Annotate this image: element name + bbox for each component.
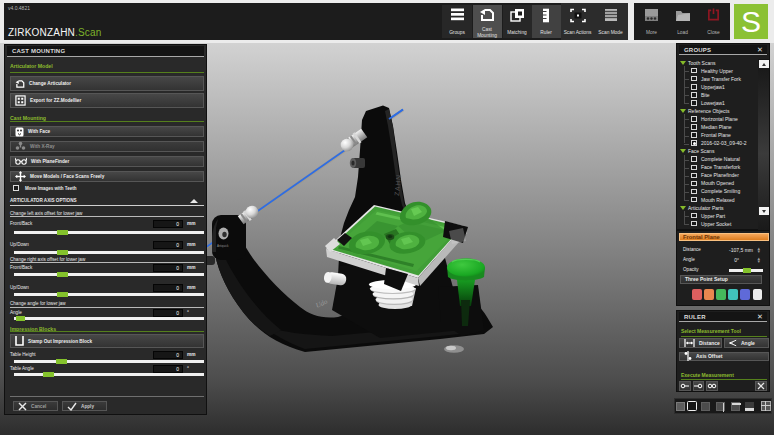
svg-text:Artiquick: Artiquick [217,244,229,248]
